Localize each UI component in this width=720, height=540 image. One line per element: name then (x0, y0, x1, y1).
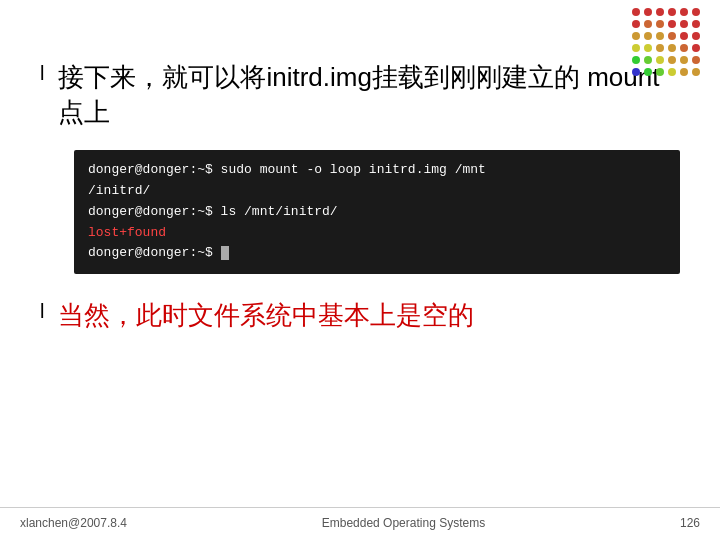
terminal-cursor (221, 246, 229, 260)
decoration-dot (680, 8, 688, 16)
terminal-line-1: donger@donger:~$ sudo mount -o loop init… (88, 160, 666, 181)
decoration-dot (644, 44, 652, 52)
bullet-marker-1: l (40, 62, 44, 85)
decoration-dot (656, 8, 664, 16)
decoration-dot (668, 56, 676, 64)
decoration-dot (692, 68, 700, 76)
decoration-dot (632, 8, 640, 16)
decoration-dot (632, 20, 640, 28)
decoration-dot (680, 44, 688, 52)
terminal-line-2: /initrd/ (88, 181, 666, 202)
decoration-dot (680, 56, 688, 64)
terminal-line-4: lost+found (88, 223, 666, 244)
bullet-item-1: l 接下来，就可以将initrd.img挂载到刚刚建立的 mount点上 (40, 60, 680, 130)
bullet-marker-2: l (40, 300, 44, 323)
terminal-line-3: donger@donger:~$ ls /mnt/initrd/ (88, 202, 666, 223)
main-content: l 接下来，就可以将initrd.img挂载到刚刚建立的 mount点上 don… (0, 0, 720, 507)
footer-center: Embedded Operating Systems (322, 516, 485, 530)
decoration-dot (692, 20, 700, 28)
decoration-dot (668, 68, 676, 76)
decoration-dot (692, 56, 700, 64)
footer-left: xlanchen@2007.8.4 (20, 516, 127, 530)
decoration-dot (668, 44, 676, 52)
decoration-dot (668, 32, 676, 40)
decoration-dot (644, 68, 652, 76)
decoration-dot (668, 8, 676, 16)
dots-decoration (632, 8, 712, 88)
footer: xlanchen@2007.8.4 Embedded Operating Sys… (0, 507, 720, 540)
terminal-block: donger@donger:~$ sudo mount -o loop init… (74, 150, 680, 274)
terminal-line-5: donger@donger:~$ (88, 243, 666, 264)
bullet-text-1: 接下来，就可以将initrd.img挂载到刚刚建立的 mount点上 (58, 60, 680, 130)
decoration-dot (692, 32, 700, 40)
decoration-dot (680, 68, 688, 76)
decoration-dot (644, 8, 652, 16)
decoration-dot (692, 44, 700, 52)
decoration-dot (644, 20, 652, 28)
slide-container: l 接下来，就可以将initrd.img挂载到刚刚建立的 mount点上 don… (0, 0, 720, 540)
decoration-dot (644, 56, 652, 64)
decoration-dot (656, 20, 664, 28)
dot-grid (632, 8, 712, 78)
decoration-dot (680, 20, 688, 28)
decoration-dot (632, 56, 640, 64)
decoration-dot (656, 32, 664, 40)
decoration-dot (632, 44, 640, 52)
decoration-dot (656, 68, 664, 76)
decoration-dot (632, 32, 640, 40)
decoration-dot (632, 68, 640, 76)
bullet-item-2: l 当然，此时文件系统中基本上是空的 (40, 298, 680, 333)
bullet-text-2: 当然，此时文件系统中基本上是空的 (58, 298, 474, 333)
decoration-dot (656, 56, 664, 64)
footer-right: 126 (680, 516, 700, 530)
decoration-dot (656, 44, 664, 52)
decoration-dot (680, 32, 688, 40)
decoration-dot (644, 32, 652, 40)
decoration-dot (692, 8, 700, 16)
decoration-dot (668, 20, 676, 28)
